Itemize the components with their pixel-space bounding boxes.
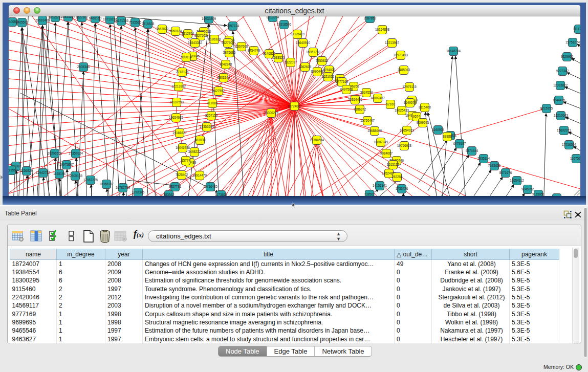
svg-text:16914479: 16914479 (192, 173, 207, 177)
svg-text:16046786: 16046786 (176, 146, 190, 149)
svg-text:12975115: 12975115 (402, 85, 417, 89)
svg-text:3267150: 3267150 (205, 114, 218, 117)
svg-text:7386372: 7386372 (354, 107, 366, 111)
svg-text:2367608: 2367608 (235, 45, 248, 48)
svg-text:19218506: 19218506 (277, 23, 292, 26)
svg-text:19975867: 19975867 (59, 163, 74, 166)
svg-text:15692971: 15692971 (557, 128, 572, 132)
svg-text:89388: 89388 (443, 135, 452, 138)
svg-text:7515526: 7515526 (129, 20, 142, 24)
svg-text:2718176: 2718176 (176, 70, 189, 74)
svg-text:9857791: 9857791 (169, 185, 182, 188)
svg-text:1362615: 1362615 (299, 65, 312, 69)
svg-text:6794028: 6794028 (323, 68, 336, 72)
svg-text:9245052: 9245052 (521, 187, 534, 191)
svg-text:1615132: 1615132 (387, 163, 400, 166)
svg-text:20206576: 20206576 (48, 151, 62, 155)
svg-text:18724007: 18724007 (287, 104, 302, 108)
svg-text:6479197: 6479197 (453, 142, 466, 145)
svg-text:1733426: 1733426 (396, 187, 408, 190)
svg-text:9115951: 9115951 (532, 192, 545, 196)
svg-text:19654925: 19654925 (169, 116, 184, 119)
svg-text:9115460: 9115460 (419, 105, 431, 109)
svg-text:12905135: 12905135 (68, 174, 83, 178)
svg-text:738562: 738562 (364, 192, 375, 196)
svg-text:2935114: 2935114 (477, 157, 490, 160)
svg-text:1588520: 1588520 (272, 56, 285, 59)
svg-text:10025433: 10025433 (395, 108, 409, 112)
svg-text:1173626: 1173626 (215, 193, 228, 196)
svg-text:9699695: 9699695 (417, 121, 429, 124)
svg-text:6497568: 6497568 (340, 87, 353, 91)
svg-text:887833: 887833 (194, 138, 206, 142)
svg-text:16961758: 16961758 (306, 50, 321, 54)
svg-text:1527602: 1527602 (76, 16, 89, 19)
svg-text:9329966: 9329966 (561, 55, 574, 58)
svg-text:3875685: 3875685 (223, 51, 236, 54)
svg-text:983562: 983562 (163, 193, 175, 196)
svg-text:19756928: 19756928 (397, 144, 412, 147)
svg-text:3498222: 3498222 (188, 150, 201, 154)
svg-text:10973493: 10973493 (394, 53, 408, 57)
svg-text:1649579: 1649579 (404, 101, 417, 104)
svg-text:10958107: 10958107 (99, 182, 114, 186)
svg-text:17957225: 17957225 (83, 178, 98, 182)
svg-text:7955812: 7955812 (316, 59, 329, 62)
svg-text:9660124: 9660124 (169, 29, 182, 33)
svg-text:9227342: 9227342 (556, 69, 569, 73)
svg-text:2905346: 2905346 (77, 65, 90, 69)
svg-text:18640910: 18640910 (296, 41, 311, 45)
svg-text:9474444: 9474444 (466, 149, 478, 152)
svg-text:10807487: 10807487 (371, 96, 385, 100)
svg-text:7515528: 7515528 (142, 22, 155, 26)
svg-text:8322037: 8322037 (285, 60, 297, 64)
svg-text:16543382: 16543382 (188, 41, 203, 45)
svg-text:9242848: 9242848 (220, 62, 232, 66)
svg-text:1244415: 1244415 (553, 98, 565, 102)
svg-text:19654923: 19654923 (400, 128, 415, 132)
svg-text:3913513: 3913513 (9, 168, 18, 172)
svg-text:1292346: 1292346 (132, 190, 145, 194)
svg-text:252254: 252254 (391, 175, 403, 179)
svg-text:417006: 417006 (207, 101, 218, 105)
svg-text:2087652: 2087652 (364, 16, 377, 20)
svg-text:16033809: 16033809 (202, 17, 216, 20)
svg-text:14136141: 14136141 (373, 184, 387, 187)
svg-text:16671355: 16671355 (114, 19, 129, 23)
svg-text:10107553: 10107553 (169, 100, 184, 104)
svg-text:9574: 9574 (413, 115, 421, 118)
svg-text:1111704: 1111704 (573, 27, 580, 31)
svg-text:1156829: 1156829 (20, 169, 33, 172)
svg-text:7625402: 7625402 (176, 173, 188, 177)
svg-text:8427552: 8427552 (212, 89, 225, 93)
svg-text:7632621: 7632621 (488, 164, 501, 167)
svg-text:23300275: 23300275 (264, 111, 279, 115)
svg-text:17359924: 17359924 (69, 151, 83, 155)
svg-text:15774: 15774 (181, 159, 190, 162)
svg-text:15720407: 15720407 (360, 119, 375, 122)
svg-text:12942737: 12942737 (36, 171, 51, 174)
svg-text:9527508: 9527508 (222, 41, 234, 45)
svg-text:16154808: 16154808 (375, 28, 390, 31)
svg-text:10853267: 10853267 (61, 16, 76, 18)
svg-text:14353594: 14353594 (200, 125, 214, 128)
svg-text:7485063: 7485063 (398, 68, 410, 72)
svg-text:20364436: 20364436 (348, 98, 363, 101)
svg-text:15716485: 15716485 (203, 185, 218, 188)
svg-text:20691406: 20691406 (35, 18, 50, 22)
svg-text:12213382: 12213382 (171, 84, 186, 88)
svg-text:1167533: 1167533 (570, 157, 580, 160)
svg-text:7357224: 7357224 (227, 24, 239, 28)
svg-text:12213967: 12213967 (385, 41, 400, 45)
svg-text:9777169: 9777169 (336, 80, 349, 83)
svg-text:9146821: 9146821 (263, 52, 276, 55)
svg-text:8454749: 8454749 (248, 49, 260, 52)
svg-text:8186328: 8186328 (208, 37, 221, 41)
svg-text:9084067: 9084067 (380, 151, 393, 155)
svg-text:16782759: 16782759 (116, 186, 130, 189)
svg-text:6466160: 6466160 (89, 16, 102, 20)
svg-text:17016504: 17016504 (562, 143, 577, 146)
svg-text:1145194: 1145194 (53, 172, 66, 176)
svg-text:8471676: 8471676 (499, 171, 512, 174)
svg-text:13325419: 13325419 (290, 32, 305, 36)
